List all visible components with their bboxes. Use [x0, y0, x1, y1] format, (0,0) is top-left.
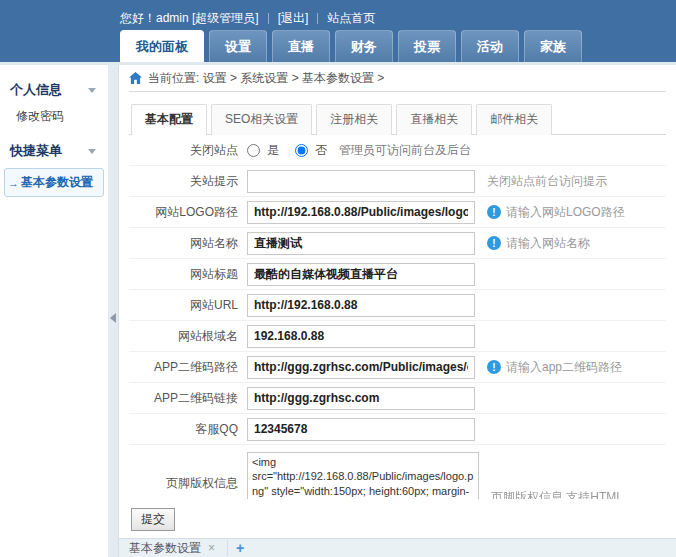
close-icon[interactable]: ×: [208, 541, 215, 555]
nav-tab-finance[interactable]: 财务: [335, 30, 393, 62]
breadcrumb: 当前位置: 设置 > 系统设置 > 基本参数设置 >: [129, 65, 666, 92]
sidebar-group-label: 快捷菜单: [10, 142, 62, 160]
top-header: 您好！admin [超级管理员] [退出] 站点首页 我的面板 设置 直播 财务…: [0, 0, 676, 62]
chevron-down-icon: [88, 149, 96, 154]
submit-button[interactable]: 提交: [131, 508, 175, 531]
form-row-root-domain: 网站根域名: [129, 321, 666, 352]
form-row-logo-path: 网站LOGO路径 ! 请输入网站LOGO路径: [129, 197, 666, 228]
radio-no-label: 否: [315, 142, 327, 159]
sidebar-item-label: 基本参数设置: [21, 174, 93, 191]
bottom-tab-label: 基本参数设置: [129, 540, 201, 557]
hint-text: 请输入app二维码路径: [506, 359, 622, 376]
field-label: 网站URL: [129, 297, 247, 314]
chevron-down-icon: [88, 88, 96, 93]
greeting-text: 您好！admin [超级管理员]: [120, 10, 268, 27]
hint-text: 关闭站点前台访问提示: [487, 173, 607, 190]
form-row-site-title: 网站标题: [129, 259, 666, 290]
app-qr-path-input[interactable]: [247, 356, 475, 379]
content-area: 当前位置: 设置 > 系统设置 > 基本参数设置 > 基本配置 SEO相关设置 …: [119, 65, 676, 557]
nav-tab-activity[interactable]: 活动: [461, 30, 519, 62]
form-row-app-qr-path: APP二维码路径 ! 请输入app二维码路径: [129, 352, 666, 383]
nav-tab-vote[interactable]: 投票: [398, 30, 456, 62]
radio-yes-label: 是: [267, 142, 279, 159]
hint-text: 请输入网站名称: [506, 235, 590, 252]
radio-no[interactable]: [295, 144, 308, 157]
info-icon: !: [487, 360, 501, 374]
field-hint: 页脚版权信息,支持HTML: [491, 489, 623, 499]
hint-text: 请输入网站LOGO路径: [506, 204, 625, 221]
info-icon: !: [487, 205, 501, 219]
hint-text: 页脚版权信息,支持HTML: [491, 489, 623, 499]
field-label: 关站提示: [129, 173, 247, 190]
tab-mail[interactable]: 邮件相关: [476, 104, 552, 135]
sidebar-group-personal-info[interactable]: 个人信息: [0, 73, 108, 105]
footer-copyright-textarea[interactable]: <img src="http://192.168.0.88/Public/ima…: [247, 452, 479, 499]
field-hint: ! 请输入网站名称: [487, 235, 590, 252]
user-bar: 您好！admin [超级管理员] [退出] 站点首页: [0, 0, 676, 27]
sidebar-collapse-icon[interactable]: [110, 313, 116, 323]
field-hint: ! 请输入app二维码路径: [487, 359, 622, 376]
close-site-radio-group: 是 否: [247, 142, 327, 159]
nav-tab-family[interactable]: 家族: [524, 30, 582, 62]
logout-link[interactable]: [退出]: [269, 10, 318, 27]
sidebar-item-change-password[interactable]: 修改密码: [0, 105, 108, 134]
site-name-input[interactable]: [247, 232, 475, 255]
settings-tabs: 基本配置 SEO相关设置 注册相关 直播相关 邮件相关: [129, 103, 666, 135]
sidebar: 个人信息 修改密码 快捷菜单 → 基本参数设置: [0, 65, 108, 557]
service-qq-input[interactable]: [247, 418, 475, 441]
field-label: 网站名称: [129, 235, 247, 252]
add-tab-icon[interactable]: +: [227, 540, 252, 556]
field-label: 网站LOGO路径: [129, 204, 247, 221]
form-row-footer-copyright: 页脚版权信息 <img src="http://192.168.0.88/Pub…: [129, 445, 666, 499]
site-url-input[interactable]: [247, 294, 475, 317]
bottom-tab-basic-params[interactable]: 基本参数设置 ×: [129, 540, 227, 557]
form-row-site-name: 网站名称 ! 请输入网站名称: [129, 228, 666, 259]
form-row-close-tip: 关站提示 关闭站点前台访问提示: [129, 166, 666, 197]
form-row-close-site: 关闭站点 是 否 管理员可访问前台及后台: [129, 135, 666, 166]
tab-seo-settings[interactable]: SEO相关设置: [211, 104, 312, 135]
sidebar-group-label: 个人信息: [10, 81, 62, 99]
main-area: 个人信息 修改密码 快捷菜单 → 基本参数设置 当前位置: 设置: [0, 65, 676, 557]
radio-yes[interactable]: [247, 144, 260, 157]
sidebar-item-basic-params[interactable]: → 基本参数设置: [4, 168, 104, 197]
form-row-site-url: 网站URL: [129, 290, 666, 321]
field-label: 客服QQ: [129, 421, 247, 438]
field-label: 网站根域名: [129, 328, 247, 345]
admin-page: 您好！admin [超级管理员] [退出] 站点首页 我的面板 设置 直播 财务…: [0, 0, 676, 557]
nav-tab-live[interactable]: 直播: [272, 30, 330, 62]
main-nav-tabs: 我的面板 设置 直播 财务 投票 活动 家族: [120, 30, 582, 62]
arrow-right-icon: →: [8, 177, 19, 189]
tab-basic-config[interactable]: 基本配置: [131, 104, 207, 135]
breadcrumb-text: 当前位置: 设置 > 系统设置 > 基本参数设置 >: [148, 70, 384, 87]
info-icon: !: [487, 236, 501, 250]
field-label: 页脚版权信息: [129, 475, 247, 492]
field-hint: ! 请输入网站LOGO路径: [487, 204, 625, 221]
app-qr-link-input[interactable]: [247, 387, 475, 410]
site-title-input[interactable]: [247, 263, 475, 286]
home-icon: [129, 72, 142, 84]
root-domain-input[interactable]: [247, 325, 475, 348]
basic-config-form: 关闭站点 是 否 管理员可访问前台及后台 关站提示 关闭站点前台访问提示: [129, 135, 666, 499]
tab-live[interactable]: 直播相关: [396, 104, 472, 135]
field-label: APP二维码链接: [129, 390, 247, 407]
field-label: APP二维码路径: [129, 359, 247, 376]
nav-tab-settings[interactable]: 设置: [209, 30, 267, 62]
bottom-tab-bar: 基本参数设置 × +: [119, 538, 676, 557]
nav-tab-dashboard[interactable]: 我的面板: [120, 30, 204, 62]
field-label: 关闭站点: [129, 142, 247, 159]
field-label: 网站标题: [129, 266, 247, 283]
sidebar-group-quick-menu[interactable]: 快捷菜单: [0, 134, 108, 166]
tab-register[interactable]: 注册相关: [316, 104, 392, 135]
field-hint: 关闭站点前台访问提示: [487, 173, 607, 190]
form-row-service-qq: 客服QQ: [129, 414, 666, 445]
submit-row: 提交: [129, 499, 666, 538]
site-home-link[interactable]: 站点首页: [318, 10, 384, 27]
close-tip-input[interactable]: [247, 170, 475, 193]
logo-path-input[interactable]: [247, 201, 475, 224]
form-row-app-qr-link: APP二维码链接: [129, 383, 666, 414]
sidebar-gutter: [108, 65, 119, 557]
close-site-note: 管理员可访问前台及后台: [339, 142, 471, 159]
